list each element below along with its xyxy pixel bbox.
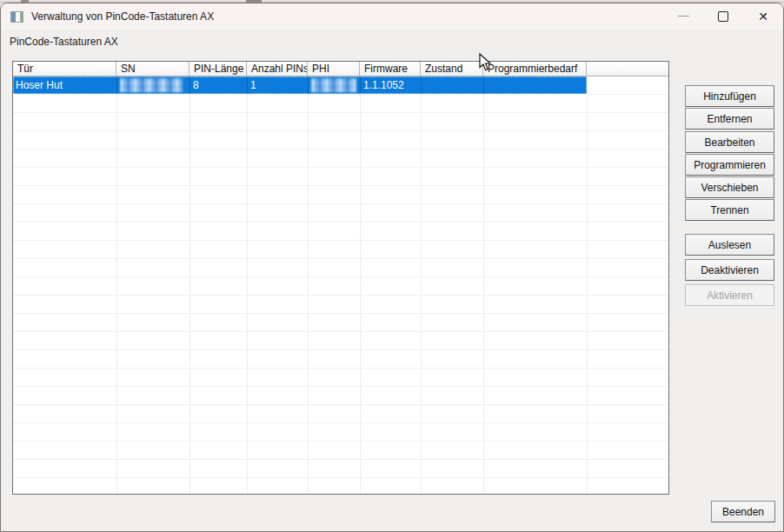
beenden-button[interactable]: Beenden xyxy=(711,501,775,522)
titlebar[interactable]: Verwaltung von PinCode-Tastaturen AX — ✕ xyxy=(1,3,783,30)
row-cell-separator xyxy=(360,76,361,94)
column-header-phi[interactable]: PHI xyxy=(308,62,360,76)
grid-line xyxy=(483,76,484,494)
grid-line xyxy=(421,76,422,494)
column-header-firmware[interactable]: Firmware xyxy=(360,62,421,76)
column-header-tuer[interactable]: Tür xyxy=(13,62,116,76)
cell-tuer: Hoser Hut xyxy=(16,76,63,94)
window-title: Verwaltung von PinCode-Tastaturen AX xyxy=(31,10,214,23)
deaktivieren-button[interactable]: Deaktivieren xyxy=(685,259,774,281)
cell-phi-redacted-blur xyxy=(311,78,356,92)
hinzufuegen-button[interactable]: Hinzufügen xyxy=(685,85,774,107)
row-cell-separator xyxy=(421,76,422,94)
column-header-sn[interactable]: SN xyxy=(116,62,189,76)
trennen-button[interactable]: Trennen xyxy=(685,199,774,221)
auslesen-button[interactable]: Auslesen xyxy=(685,234,774,256)
caption-buttons: — ✕ xyxy=(663,3,783,30)
bearbeiten-button[interactable]: Bearbeiten xyxy=(685,131,774,153)
column-header-programmierbedarf[interactable]: Programmierbedarf xyxy=(483,62,587,76)
dialog-window: Verwaltung von PinCode-Tastaturen AX — ✕… xyxy=(0,3,784,532)
aktivieren-button[interactable]: Aktivieren xyxy=(685,284,774,306)
cell-anzahl-pins: 1 xyxy=(250,76,256,94)
entfernen-button[interactable]: Entfernen xyxy=(685,108,774,130)
row-cell-separator xyxy=(483,76,484,94)
grid-line xyxy=(116,76,117,494)
app-icon xyxy=(10,11,23,23)
row-cell-separator xyxy=(116,76,117,94)
table-row[interactable]: Hoser Hut 8 1 1.1.1052 xyxy=(13,76,587,94)
column-header-empty[interactable] xyxy=(587,62,668,76)
close-button[interactable]: ✕ xyxy=(743,3,783,30)
grid-line xyxy=(360,76,361,494)
column-header-pin-laenge[interactable]: PIN-Länge xyxy=(189,62,247,76)
column-header-zustand[interactable]: Zustand xyxy=(421,62,483,76)
minimize-button[interactable]: — xyxy=(663,3,703,30)
grid-line xyxy=(587,76,588,494)
page-title: PinCode-Tastaturen AX xyxy=(10,36,118,48)
grid-line xyxy=(308,76,309,494)
table-grid[interactable]: Hoser Hut 8 1 1.1.1052 xyxy=(13,76,668,494)
row-cell-separator xyxy=(308,76,309,94)
maximize-icon xyxy=(718,11,728,22)
programmieren-button[interactable]: Programmieren xyxy=(685,154,774,176)
grid-line xyxy=(189,76,190,494)
table-header: Tür SN PIN-Länge Anzahl PINs PHI Firmwar… xyxy=(13,62,668,76)
row-cell-separator xyxy=(247,76,248,94)
verschieben-button[interactable]: Verschieben xyxy=(685,176,774,198)
cell-firmware: 1.1.1052 xyxy=(363,76,404,94)
cell-pin-laenge: 8 xyxy=(193,76,199,94)
keypad-table[interactable]: Tür SN PIN-Länge Anzahl PINs PHI Firmwar… xyxy=(12,61,669,495)
minimize-icon: — xyxy=(678,10,689,21)
grid-line xyxy=(247,76,248,494)
maximize-button[interactable] xyxy=(703,3,743,30)
cell-sn-redacted-blur xyxy=(120,78,183,92)
column-header-anzahl-pins[interactable]: Anzahl PINs xyxy=(247,62,308,76)
close-icon: ✕ xyxy=(758,10,768,23)
row-cell-separator xyxy=(189,76,190,94)
